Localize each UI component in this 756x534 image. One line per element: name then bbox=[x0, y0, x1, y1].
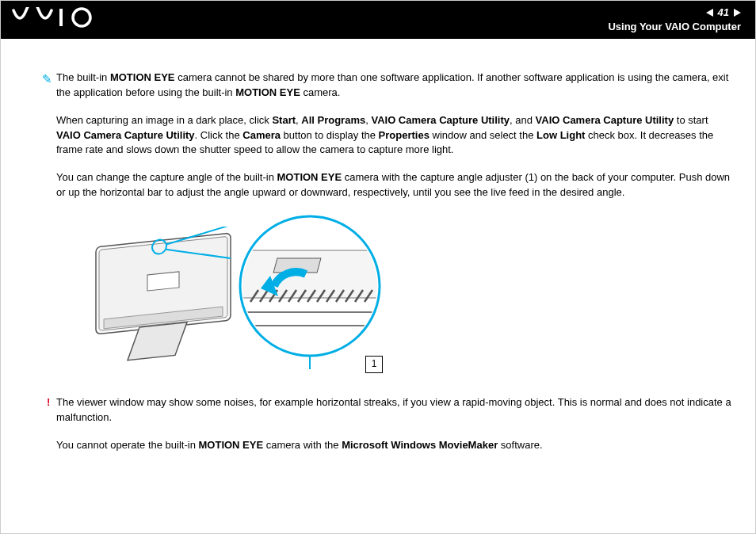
svg-rect-0 bbox=[59, 9, 63, 26]
text-bold: VAIO Camera Capture Utility bbox=[371, 114, 510, 126]
section-title: Using Your VAIO Computer bbox=[608, 20, 741, 34]
computer-back-illustration bbox=[80, 227, 246, 369]
note-icon: ✎ bbox=[42, 71, 52, 88]
text-bold: Properties bbox=[379, 129, 430, 141]
next-page-arrow-icon[interactable] bbox=[734, 9, 741, 17]
prev-page-arrow-icon[interactable] bbox=[706, 9, 713, 17]
page-header: 41 Using Your VAIO Computer bbox=[1, 1, 755, 39]
warning-paragraph: ! The viewer window may show some noises… bbox=[56, 395, 733, 425]
text-bold: VAIO Camera Capture Utility bbox=[56, 129, 195, 141]
figure-callout-1: 1 bbox=[365, 356, 383, 373]
text: software. bbox=[498, 439, 542, 451]
text: to start bbox=[674, 114, 708, 126]
warning-icon: ! bbox=[47, 395, 50, 410]
header-right: 41 Using Your VAIO Computer bbox=[608, 6, 741, 34]
text-bold: All Programs bbox=[301, 114, 365, 126]
text: camera with the bbox=[263, 439, 342, 451]
text: , and bbox=[510, 114, 536, 126]
text: camera. bbox=[300, 86, 341, 98]
text-bold: MOTION EYE bbox=[199, 439, 264, 451]
text-bold: MOTION EYE bbox=[110, 71, 175, 83]
paragraph: When capturing an image in a dark place,… bbox=[56, 113, 733, 158]
page-content: ✎ The built-in MOTION EYE camera cannot … bbox=[1, 39, 755, 473]
text-bold: Camera bbox=[242, 129, 281, 141]
svg-point-1 bbox=[73, 9, 90, 26]
text-bold: Low Light bbox=[536, 129, 585, 141]
text: The viewer window may show some noises, … bbox=[56, 396, 731, 423]
text: . Click the bbox=[195, 129, 243, 141]
vaio-logo bbox=[12, 7, 99, 32]
text: button to display the bbox=[281, 129, 379, 141]
paragraph: You can change the capture angle of the … bbox=[56, 170, 733, 200]
text: The built-in bbox=[56, 71, 110, 83]
figure-label-text: 1 bbox=[372, 357, 377, 371]
text: You can change the capture angle of the … bbox=[56, 171, 277, 183]
svg-rect-4 bbox=[147, 272, 179, 291]
page-number: 41 bbox=[718, 6, 729, 20]
text-bold: MOTION EYE bbox=[235, 86, 300, 98]
svg-rect-11 bbox=[239, 250, 381, 298]
paragraph: You cannot operate the built-in MOTION E… bbox=[56, 438, 733, 453]
text: When capturing an image in a dark place,… bbox=[56, 114, 272, 126]
text-bold: Start bbox=[272, 114, 296, 126]
text-bold: VAIO Camera Capture Utility bbox=[536, 114, 674, 126]
text: You cannot operate the built-in bbox=[56, 439, 199, 451]
figure-illustration: 1 bbox=[80, 215, 733, 381]
note-paragraph: ✎ The built-in MOTION EYE camera cannot … bbox=[56, 71, 733, 101]
text: window and select the bbox=[430, 129, 536, 141]
page-nav: 41 bbox=[608, 6, 741, 20]
text-bold: MOTION EYE bbox=[277, 171, 342, 183]
zoom-detail-illustration bbox=[231, 211, 389, 369]
text-bold: Microsoft Windows MovieMaker bbox=[342, 439, 498, 451]
